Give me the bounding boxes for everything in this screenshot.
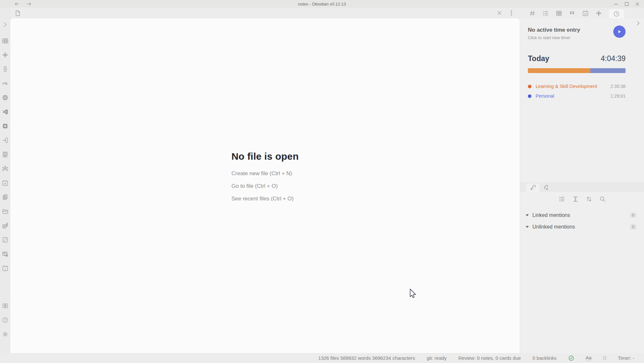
svg-text:<%: <% [2, 81, 7, 85]
mentions-pane: Linked mentions 0 Unlinked mentions 0 [520, 192, 644, 353]
collapse-triangle-icon [526, 214, 529, 216]
timer-pane: No active time entry Click to start new … [520, 18, 644, 183]
legend-row-personal[interactable]: Personal 1:29:01 [528, 91, 626, 101]
timer-subline[interactable]: Click to start new timer [528, 35, 613, 40]
tab-outgoing-links[interactable] [540, 184, 553, 192]
outgoing-links-icon [543, 185, 550, 191]
git-status[interactable]: git: ready [427, 355, 447, 361]
text-format-toggle[interactable]: Aa [586, 355, 592, 361]
empty-state: No file is open Create new file (Ctrl + … [231, 151, 299, 208]
linked-mentions-section[interactable]: Linked mentions 0 [520, 209, 644, 221]
sign-in-icon[interactable] [2, 137, 8, 144]
incoming-links-icon [529, 185, 536, 191]
titlebar: notes - Obsidian v0.12.13 [0, 0, 644, 8]
legend-row-learning[interactable]: Learning & Skill Development 2:35:38 [528, 81, 626, 91]
section-label: Linked mentions [532, 212, 570, 218]
graph-move-icon[interactable] [2, 52, 8, 58]
forward-arrow-icon[interactable] [27, 2, 32, 6]
graph-icon[interactable] [2, 165, 8, 172]
tab-hash-icon[interactable] [529, 10, 536, 16]
legend-dot-orange [528, 85, 531, 88]
status-bar: 1326 files 589832 words 3696234 characte… [0, 353, 644, 363]
review-status[interactable]: Review: 0 notes, 0 cards due [458, 355, 521, 361]
tab-bullet-list-icon[interactable] [542, 10, 549, 16]
random-grid-icon[interactable] [2, 222, 8, 229]
unlinked-mentions-section[interactable]: Unlinked mentions 0 [520, 221, 644, 233]
legend-dot-blue [528, 94, 531, 98]
database-icon[interactable] [2, 251, 8, 257]
editor-pane: No file is open Create new file (Ctrl + … [10, 8, 520, 353]
sync-ok-icon[interactable] [568, 355, 574, 361]
window-title: notes - Obsidian v0.12.13 [0, 2, 644, 6]
help-icon[interactable]: ? [2, 317, 8, 323]
see-recent-files-link[interactable]: See recent files (Ctrl + O) [231, 196, 299, 202]
go-to-file-link[interactable]: Go to file (Ctrl + O) [231, 183, 299, 189]
editor-header [10, 8, 520, 18]
minimize-icon[interactable] [614, 2, 618, 6]
right-sidebar: No active time entry Click to start new … [520, 8, 644, 353]
more-options-icon[interactable] [510, 10, 512, 16]
timer-status[interactable]: Timer: - [618, 355, 634, 361]
clip-icon[interactable] [2, 66, 8, 72]
svg-text:?: ? [4, 318, 6, 322]
count-badge: 0 [630, 224, 636, 230]
search-icon[interactable] [599, 196, 606, 202]
expand-left-sidebar-icon[interactable] [2, 21, 8, 28]
vault-switcher-icon[interactable] [2, 303, 8, 309]
settings-icon[interactable] [2, 331, 8, 337]
progress-segment-personal [590, 68, 626, 73]
tab-graph-move-icon[interactable] [595, 10, 602, 16]
maximize-icon[interactable] [625, 2, 629, 6]
mini-square-icon[interactable] [603, 357, 606, 359]
progress-segment-learning [528, 68, 590, 73]
calendar-check-icon[interactable] [2, 180, 8, 186]
folder-icon[interactable] [2, 208, 8, 215]
editor-body: No file is open Create new file (Ctrl + … [10, 18, 520, 353]
bullet-list-icon[interactable] [559, 196, 565, 202]
right-sidebar-tabbar [520, 8, 644, 18]
sort-icon[interactable] [586, 196, 592, 202]
legend-time: 1:29:01 [610, 93, 626, 99]
copy-files-icon[interactable] [2, 194, 8, 200]
web-icon[interactable] [2, 94, 8, 101]
start-timer-button[interactable] [613, 26, 626, 38]
legend-label[interactable]: Learning & Skill Development [536, 84, 597, 89]
tab-clock-active[interactable] [609, 9, 624, 18]
tab-table-icon[interactable] [556, 10, 562, 16]
svg-text:1: 1 [5, 268, 6, 271]
today-total-time: 4:04:39 [601, 54, 626, 63]
mentions-toolbar [520, 196, 644, 202]
tab-incoming-links[interactable] [526, 184, 540, 192]
backlinks-count[interactable]: 0 backlinks [532, 355, 556, 361]
expand-vertical-icon[interactable] [572, 196, 579, 202]
tab-calendar-check-icon[interactable] [582, 10, 589, 16]
templater-icon[interactable]: <% [2, 80, 8, 87]
close-pane-icon[interactable] [497, 10, 502, 16]
legend-label[interactable]: Personal [536, 93, 554, 99]
vscode-icon[interactable] [2, 109, 8, 115]
starred-icon[interactable] [2, 123, 8, 129]
tab-quote-icon[interactable] [569, 10, 575, 16]
section-label: Unlinked mentions [532, 224, 575, 230]
timer-legend: Learning & Skill Development 2:35:38 Per… [528, 81, 626, 101]
table-icon[interactable] [2, 37, 8, 44]
back-arrow-icon[interactable] [14, 2, 19, 6]
empty-state-title: No file is open [231, 151, 299, 162]
play-icon [617, 29, 622, 34]
tab-clock-icon [613, 11, 620, 17]
mentions-tabbar [520, 182, 644, 192]
today-label: Today [528, 54, 549, 63]
dice-icon[interactable] [2, 237, 8, 243]
vault-stats: 1326 files 589832 words 3696234 characte… [318, 355, 415, 361]
today-progress-bar [528, 68, 626, 73]
close-icon[interactable] [635, 2, 639, 6]
left-ribbon: <% 1 ? [0, 8, 10, 353]
collapse-triangle-icon [526, 226, 529, 228]
timer-headline: No active time entry [528, 27, 613, 33]
create-new-file-link[interactable]: Create new file (Ctrl + N) [231, 170, 299, 177]
day-planner-icon[interactable]: 1 [2, 265, 8, 272]
presentation-icon[interactable] [2, 151, 8, 158]
legend-time: 2:35:38 [610, 84, 626, 89]
file-icon[interactable] [15, 10, 21, 16]
count-badge: 0 [630, 213, 636, 218]
